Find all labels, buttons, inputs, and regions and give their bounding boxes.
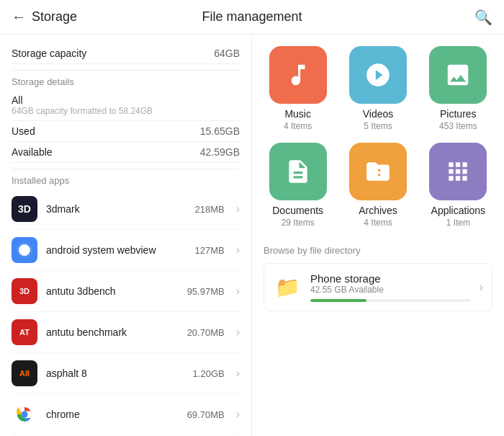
app-row[interactable]: chrome 69.70MB ›	[12, 394, 240, 435]
app-icon: A8	[12, 360, 37, 386]
app-chevron-icon: ›	[236, 285, 240, 298]
storage-details-label: Storage details	[12, 76, 240, 87]
browse-label: Browse by file directory	[264, 245, 492, 256]
storage-info: Phone storage 42.55 GB Available	[310, 272, 470, 302]
page-title: File management	[141, 9, 363, 25]
app-icon	[12, 237, 37, 263]
app-size: 1.20GB	[193, 368, 225, 379]
storage-available-label: Available	[12, 146, 53, 158]
app-name: antutu 3dbench	[46, 285, 179, 297]
category-icon-archives	[349, 143, 407, 200]
category-applications[interactable]: Applications 1 Item	[424, 143, 492, 228]
category-archives[interactable]: Archives 4 Items	[343, 143, 412, 228]
app-size: 20.70MB	[187, 327, 225, 338]
left-panel: Storage capacity 64GB Storage details Al…	[0, 35, 252, 436]
app-chevron-icon: ›	[236, 244, 240, 257]
category-count-videos: 5 Items	[364, 121, 392, 131]
category-name-music: Music	[284, 108, 311, 120]
storage-all-label: All	[12, 94, 153, 106]
app-row[interactable]: AT antutu benchmark 20.70MB ›	[12, 312, 240, 353]
app-name: antutu benchmark	[46, 326, 179, 338]
category-music[interactable]: Music 4 Items	[264, 46, 332, 131]
phone-storage-card[interactable]: 📁 Phone storage 42.55 GB Available ›	[264, 263, 492, 311]
app-name: 3dmark	[46, 203, 186, 215]
storage-available-value: 42.59GB	[200, 146, 240, 158]
category-count-music: 4 Items	[284, 121, 312, 131]
app-row[interactable]: android system webview 127MB ›	[12, 230, 240, 271]
category-name-archives: Archives	[359, 205, 397, 216]
app-size: 95.97MB	[187, 286, 225, 297]
phone-storage-name: Phone storage	[310, 272, 470, 285]
storage-card-chevron: ›	[479, 280, 483, 295]
folder-icon: 📁	[273, 273, 302, 302]
storage-used-value: 15.65GB	[200, 125, 240, 137]
storage-capacity-row: Storage capacity 64GB	[12, 43, 240, 64]
category-documents[interactable]: Documents 29 Items	[264, 143, 332, 228]
divider-1	[12, 70, 240, 71]
category-pictures[interactable]: Pictures 453 Items	[424, 46, 492, 131]
category-name-pictures: Pictures	[440, 108, 477, 120]
category-icon-music	[269, 46, 327, 104]
app-row[interactable]: 3D 3dmark 218MB ›	[12, 189, 240, 230]
storage-capacity-label: Storage capacity	[12, 48, 86, 59]
app-size: 127MB	[194, 245, 224, 256]
category-videos[interactable]: Videos 5 Items	[343, 46, 412, 131]
storage-capacity-value: 64GB	[214, 48, 240, 59]
category-count-documents: 29 Items	[282, 218, 315, 228]
progress-bar	[310, 299, 470, 302]
app-chevron-icon: ›	[236, 326, 240, 339]
storage-available-row: Available 42.59GB	[12, 142, 240, 163]
app-icon	[12, 401, 37, 427]
category-count-pictures: 453 Items	[439, 121, 477, 131]
app-chevron-icon: ›	[236, 203, 240, 215]
installed-apps-label: Installed apps	[12, 175, 240, 186]
top-bar-left: ← Storage	[12, 9, 141, 25]
phone-storage-available: 42.55 GB Available	[310, 285, 470, 295]
app-icon: 3D	[12, 278, 37, 304]
main-content: Storage capacity 64GB Storage details Al…	[0, 35, 504, 436]
category-count-archives: 4 Items	[364, 218, 392, 228]
app-row[interactable]: A8 asphalt 8 1.20GB ›	[12, 353, 240, 394]
storage-all-sub: 64GB capacity formatted to 58.24GB	[12, 106, 153, 116]
category-count-applications: 1 Item	[446, 218, 470, 228]
progress-fill	[310, 299, 366, 302]
divider-2	[12, 169, 240, 169]
category-icon-applications	[429, 143, 487, 200]
category-icon-documents	[269, 143, 327, 200]
top-bar: ← Storage File management 🔍	[0, 0, 504, 35]
search-icon[interactable]: 🔍	[474, 9, 492, 26]
app-name: asphalt 8	[46, 368, 184, 379]
right-panel: Music 4 Items Videos 5 Items Pictures 45…	[252, 35, 504, 436]
app-icon: 3D	[12, 196, 37, 222]
category-name-documents: Documents	[272, 205, 323, 216]
storage-all-row: All 64GB capacity formatted to 58.24GB	[12, 90, 240, 121]
app-size: 218MB	[194, 204, 224, 215]
app-name: android system webview	[46, 244, 186, 256]
category-name-videos: Videos	[363, 108, 394, 120]
section-title: Storage	[32, 9, 77, 25]
category-grid: Music 4 Items Videos 5 Items Pictures 45…	[264, 46, 492, 228]
app-row[interactable]: 3D antutu 3dbench 95.97MB ›	[12, 271, 240, 312]
category-name-applications: Applications	[431, 205, 486, 216]
app-chevron-icon: ›	[236, 367, 240, 380]
svg-point-2	[22, 411, 28, 418]
app-size: 69.70MB	[187, 409, 225, 420]
storage-used-label: Used	[12, 125, 35, 137]
category-icon-pictures	[429, 46, 487, 104]
top-bar-right: 🔍	[363, 9, 492, 26]
app-name: chrome	[46, 409, 179, 420]
category-icon-videos	[349, 46, 407, 104]
app-list: 3D 3dmark 218MB › android system webview…	[12, 189, 240, 435]
app-icon: AT	[12, 319, 37, 345]
storage-used-row: Used 15.65GB	[12, 121, 240, 142]
app-chevron-icon: ›	[236, 408, 240, 421]
back-button[interactable]: ←	[12, 9, 26, 25]
